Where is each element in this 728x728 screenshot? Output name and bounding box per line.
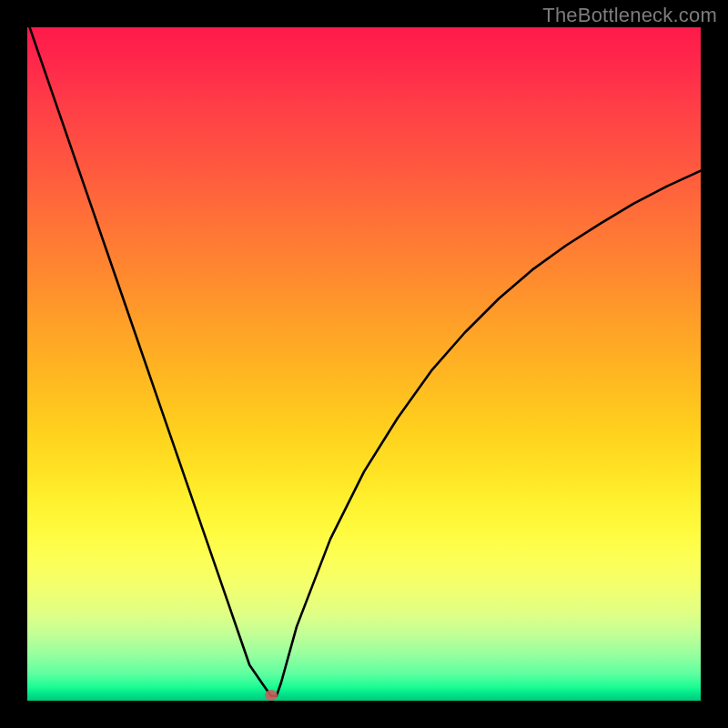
bottleneck-curve — [27, 27, 701, 701]
chart-frame: TheBottleneck.com — [0, 0, 728, 728]
watermark-text: TheBottleneck.com — [542, 4, 717, 27]
curve-minimum-marker — [265, 690, 278, 701]
plot-area — [27, 27, 701, 701]
